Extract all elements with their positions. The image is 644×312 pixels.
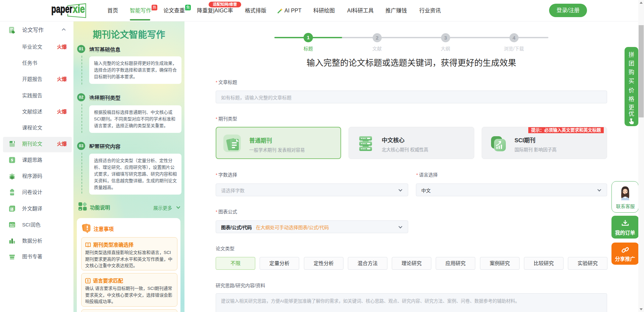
svg-text:SCI: SCI <box>10 223 14 226</box>
svg-text:译: 译 <box>10 207 14 211</box>
svg-text:xie: xie <box>73 3 85 15</box>
svg-text:paper: paper <box>51 3 72 15</box>
